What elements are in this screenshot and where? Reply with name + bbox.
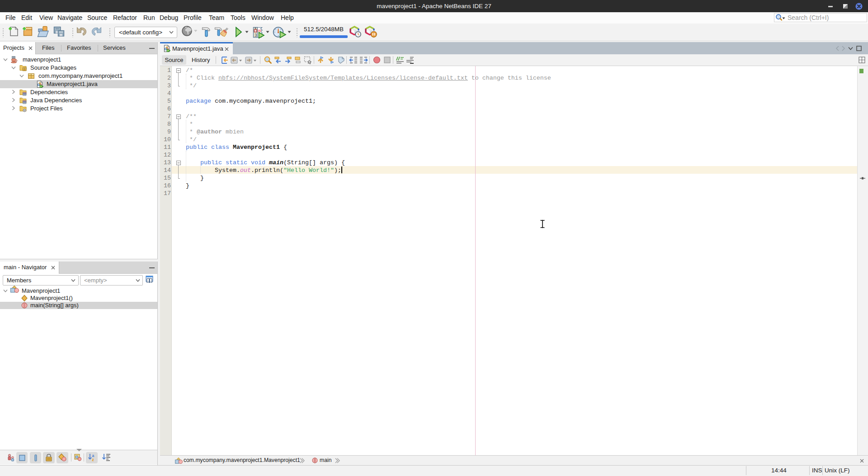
svg-text:3: 3 <box>255 33 257 38</box>
svg-text:a: a <box>92 453 94 458</box>
svg-text:z: z <box>92 457 94 462</box>
